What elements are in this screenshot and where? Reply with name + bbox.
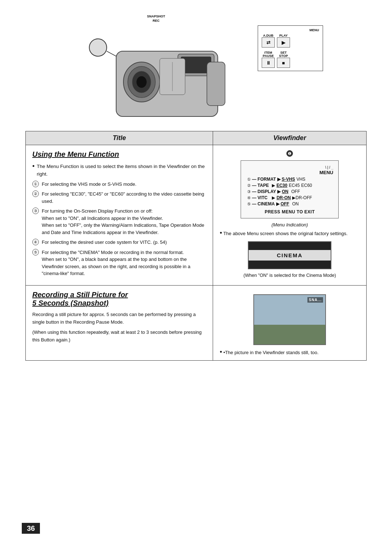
stop-button[interactable]: ■	[277, 58, 290, 68]
item5-text: For selecting the "CINEMA" Mode or recor…	[42, 249, 206, 277]
menu-row-display: ③ — DISPLAY ▶ ON OFF	[246, 189, 333, 194]
section1-title-cell: Using the Menu Function • The Menu Funct…	[26, 145, 213, 286]
item2-num: ②	[32, 190, 39, 197]
control-panel: MENU A.DUB ⇄ PLAY ▶	[258, 11, 323, 127]
item5-num: ⑤	[32, 249, 39, 255]
menu-row-vitc: ④ — VITC ▶ DR-ON ▶DR-OFF	[246, 195, 333, 200]
play-button[interactable]: ▶	[277, 37, 290, 48]
item4-text: For selecting the desired user code syst…	[42, 239, 167, 246]
pause-button[interactable]: ⏸	[262, 58, 275, 68]
section2-bullet1: Recording a still picture for approx. 5 …	[32, 311, 206, 326]
item2: ② For selecting "EC30", "EC45" or "EC60"…	[32, 190, 206, 205]
stop-icon: ■	[282, 60, 285, 66]
section2-bullet2: (When using this function repeatedly, wa…	[32, 329, 206, 344]
main-content: Title Viewfinder Using the Menu Function…	[0, 127, 392, 382]
adub-label: A.DUB	[263, 34, 274, 37]
adub-button[interactable]: ⇄	[262, 37, 275, 48]
snapshot-rec-label: SNAPSHOT REC	[147, 15, 165, 23]
cinema-label: CINEMA	[249, 250, 331, 261]
title-column-header: Title	[26, 131, 213, 145]
section1-bullet1: • The Menu Function is used to select th…	[32, 163, 206, 178]
item4-num: ④	[32, 239, 39, 245]
menu-row-tape: ② — TAPE ▶ EC30 EC45 EC60	[246, 183, 333, 188]
play-label: PLAY	[279, 34, 287, 37]
adub-icon: ⇄	[266, 40, 270, 45]
item1: ① For selecting the VHS mode or S-VHS mo…	[32, 181, 206, 188]
section2-row: Recording a Still Picture for5 Seconds (…	[26, 285, 367, 360]
cinema-display: CINEMA	[248, 241, 331, 269]
item2-text: For selecting "EC30", "EC45" or "EC60" a…	[42, 190, 206, 205]
vf-indicator-1: ❶	[286, 150, 293, 157]
pause-label: PAUSE	[263, 54, 274, 58]
item5: ⑤ For selecting the "CINEMA" Mode or rec…	[32, 249, 206, 277]
item1-num: ①	[32, 181, 39, 187]
stop-label: STOP	[279, 54, 288, 58]
camera-diagram	[69, 26, 243, 127]
pause-icon: ⏸	[266, 60, 271, 66]
menu-row-cinema: ⑤ — CINEMA ▶ OFF ON	[246, 201, 333, 206]
press-menu-text: PRESS MENU TO EXIT	[246, 209, 333, 214]
cinema-caption: (When "ON" is selected for the Cinema Mo…	[220, 273, 360, 278]
page-number: 36	[22, 523, 40, 534]
menu-title: \ | / _ MENU	[246, 164, 333, 175]
svg-point-0	[89, 39, 107, 56]
item3: ③ For turning the On-Screen Display Func…	[32, 208, 206, 236]
camera-section: SNAPSHOT REC	[0, 0, 392, 127]
svg-point-6	[136, 76, 147, 88]
item3-text: For turning the On-Screen Display Functi…	[42, 208, 206, 236]
section1-bullet1-text: The Menu Function is used to select the …	[37, 163, 206, 178]
factory-note: • The above Menu screen shows the origin…	[220, 230, 360, 236]
item4: ④ For selecting the desired user code sy…	[32, 239, 206, 246]
cinema-top-bar	[249, 242, 331, 250]
svg-rect-9	[207, 62, 225, 106]
section1-heading: Using the Menu Function	[32, 150, 206, 159]
section1-row: Using the Menu Function • The Menu Funct…	[26, 145, 367, 286]
play-icon: ▶	[282, 40, 285, 45]
menu-display: \ | / _ MENU ① — FORMAT ▶ S-VHS VHS	[241, 160, 339, 218]
menu-indication-label: (Menu Indication)	[220, 222, 360, 228]
item1-text: For selecting the VHS mode or S-VHS mode…	[42, 181, 136, 188]
cinema-bottom-bar	[249, 261, 331, 269]
section2-heading: Recording a Still Picture for5 Seconds (…	[32, 291, 206, 307]
section2-viewfinder-cell: SNA... • •The picture in the Viewfinder …	[213, 285, 367, 360]
section1-viewfinder-cell: ❶ \ | / _ MENU ① — FORMAT	[213, 145, 367, 286]
bullet-dot: •	[32, 163, 34, 178]
menu-row-format: ① — FORMAT ▶ S-VHS VHS	[246, 177, 333, 182]
viewfinder-still-note: • •The picture in the Viewfinder stands …	[220, 349, 360, 355]
snapshot-preview: SNA...	[253, 294, 326, 345]
section2-title-cell: Recording a Still Picture for5 Seconds (…	[26, 285, 213, 360]
menu-label: MENU	[310, 29, 319, 32]
item3-num: ③	[32, 208, 39, 214]
snapshot-label: SNA...	[307, 297, 323, 303]
viewfinder-column-header: Viewfinder	[213, 131, 367, 145]
content-table: Title Viewfinder Using the Menu Function…	[25, 131, 367, 361]
